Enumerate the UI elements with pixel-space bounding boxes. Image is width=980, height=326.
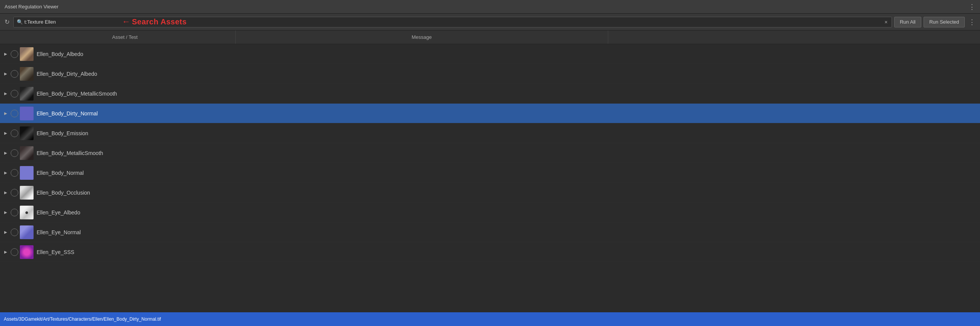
asset-row[interactable]: ▶ Ellen_Body_Dirty_Normal <box>0 104 980 123</box>
expand-button[interactable]: ▶ <box>2 110 9 117</box>
asset-name: Ellen_Eye_Albedo <box>37 209 978 216</box>
expand-button[interactable]: ▶ <box>2 51 9 58</box>
expand-button[interactable]: ▶ <box>2 70 9 77</box>
asset-name: Ellen_Eye_Normal <box>37 229 978 235</box>
status-circle[interactable] <box>11 129 18 137</box>
asset-name: Ellen_Eye_SSS <box>37 249 978 255</box>
asset-thumbnail <box>20 186 34 200</box>
expand-button[interactable]: ▶ <box>2 130 9 137</box>
asset-name: Ellen_Body_MetallicSmooth <box>37 150 978 156</box>
asset-name: Ellen_Body_Occlusion <box>37 190 978 196</box>
asset-name: Ellen_Body_Dirty_Albedo <box>37 71 978 77</box>
asset-thumbnail <box>20 245 34 259</box>
expand-button[interactable]: ▶ <box>2 229 9 236</box>
status-path: Assets/3DGamekit/Art/Textures/Characters… <box>4 316 161 322</box>
asset-name: Ellen_Body_Dirty_Normal <box>37 110 978 117</box>
asset-list: ▶ Ellen_Body_Albedo ▶ Ellen_Body_Dirty_A… <box>0 44 980 312</box>
search-icon: 🔍 <box>17 19 23 25</box>
asset-name: Ellen_Body_Emission <box>37 130 978 136</box>
asset-thumbnail <box>20 225 34 239</box>
more-options-button[interactable]: ⋮ <box>967 16 977 28</box>
refresh-icon: ↻ <box>5 18 10 26</box>
asset-thumbnail <box>20 67 34 81</box>
asset-thumbnail <box>20 206 34 219</box>
column-headers: Asset / Test Message <box>0 30 980 44</box>
status-circle[interactable] <box>11 90 18 97</box>
status-circle[interactable] <box>11 110 18 117</box>
clear-search-button[interactable]: × <box>884 19 888 25</box>
run-selected-button[interactable]: Run Selected <box>924 17 965 27</box>
asset-name: Ellen_Body_Albedo <box>37 51 978 57</box>
asset-thumbnail <box>20 107 34 120</box>
asset-row[interactable]: ▶ Ellen_Body_MetallicSmooth <box>0 143 980 163</box>
asset-row[interactable]: ▶ Ellen_Body_Dirty_MetallicSmooth <box>0 84 980 104</box>
asset-thumbnail <box>20 87 34 101</box>
window-title: Asset Regulation Viewer <box>5 4 58 10</box>
asset-name: Ellen_Body_Normal <box>37 170 978 176</box>
status-circle[interactable] <box>11 50 18 58</box>
column-header-extra <box>608 30 980 44</box>
search-bar: ↻ 🔍 × ← Search Assets Run All Run Select… <box>0 14 980 30</box>
asset-row[interactable]: ▶ Ellen_Eye_SSS <box>0 242 980 262</box>
expand-button[interactable]: ▶ <box>2 249 9 256</box>
asset-row[interactable]: ▶ Ellen_Body_Emission <box>0 123 980 143</box>
asset-regulation-viewer-window: Asset Regulation Viewer ⋮ ↻ 🔍 × ← Search… <box>0 0 980 326</box>
search-input-wrap: 🔍 × <box>13 17 892 27</box>
refresh-button[interactable]: ↻ <box>3 17 11 27</box>
expand-button[interactable]: ▶ <box>2 150 9 157</box>
status-circle[interactable] <box>11 70 18 78</box>
search-input[interactable] <box>24 19 882 25</box>
expand-button[interactable]: ▶ <box>2 169 9 176</box>
asset-thumbnail <box>20 146 34 160</box>
status-circle[interactable] <box>11 248 18 256</box>
status-bar: Assets/3DGamekit/Art/Textures/Characters… <box>0 312 980 326</box>
status-circle[interactable] <box>11 229 18 236</box>
column-header-message: Message <box>236 30 608 44</box>
asset-thumbnail <box>20 126 34 140</box>
status-circle[interactable] <box>11 149 18 157</box>
asset-row[interactable]: ▶ Ellen_Body_Occlusion <box>0 183 980 203</box>
asset-row[interactable]: ▶ Ellen_Body_Albedo <box>0 44 980 64</box>
expand-button[interactable]: ▶ <box>2 209 9 216</box>
asset-name: Ellen_Body_Dirty_MetallicSmooth <box>37 91 978 97</box>
column-header-asset-test: Asset / Test <box>14 30 236 44</box>
asset-row[interactable]: ▶ Ellen_Eye_Albedo <box>0 203 980 222</box>
asset-thumbnail <box>20 47 34 61</box>
asset-row[interactable]: ▶ Ellen_Body_Dirty_Albedo <box>0 64 980 84</box>
asset-thumbnail <box>20 166 34 180</box>
asset-row[interactable]: ▶ Ellen_Body_Normal <box>0 163 980 183</box>
window-menu-icon[interactable]: ⋮ <box>969 3 975 11</box>
status-circle[interactable] <box>11 169 18 177</box>
title-bar: Asset Regulation Viewer ⋮ <box>0 0 980 14</box>
status-circle[interactable] <box>11 209 18 216</box>
expand-button[interactable]: ▶ <box>2 189 9 196</box>
expand-button[interactable]: ▶ <box>2 90 9 97</box>
asset-row[interactable]: ▶ Ellen_Eye_Normal <box>0 222 980 242</box>
run-all-button[interactable]: Run All <box>894 17 921 27</box>
status-circle[interactable] <box>11 189 18 197</box>
